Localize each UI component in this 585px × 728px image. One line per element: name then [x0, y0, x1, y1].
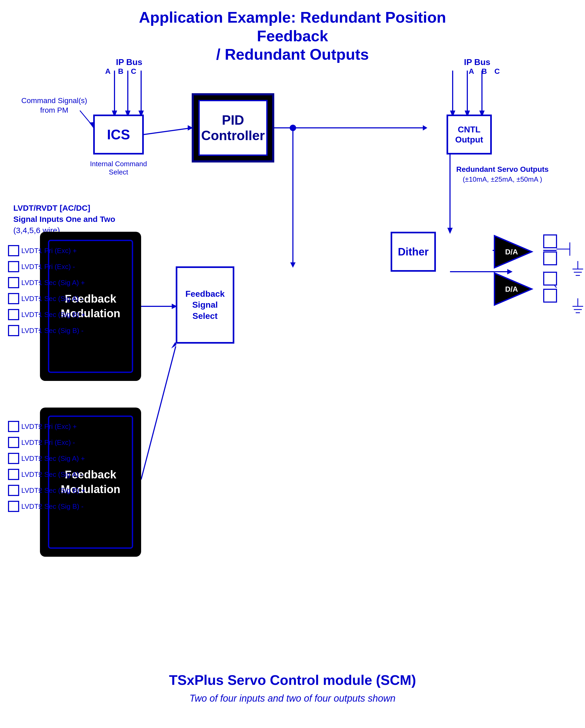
lvdt2-row-6: LVDT2 Sec (Sig B) - — [8, 501, 84, 512]
lvdt1-terminal-3 — [8, 277, 19, 288]
pin-b-left: B — [118, 67, 123, 76]
lvdt1-label-4: LVDT1 Sec (Sig A) - — [21, 294, 83, 303]
lvdt2-label-3: LVDT2 Sec (Sig A) + — [21, 454, 85, 463]
pid-box: PIDController — [192, 93, 274, 162]
footer-title: TSxPlus Servo Control module (SCM) — [169, 672, 416, 688]
output-square-1a — [543, 234, 557, 248]
ics-box: ICS — [93, 114, 144, 155]
internal-command-label: Internal Command Select — [83, 160, 155, 176]
lvdt1-row-3: LVDT1 Sec (Sig A) + — [8, 277, 85, 288]
cntl-output-box: CNTL Output — [447, 114, 492, 155]
dither-label: Dither — [398, 246, 429, 258]
ip-bus-left-pins: A B C — [105, 67, 136, 76]
lvdt1-terminal-6 — [8, 325, 19, 336]
lvdt2-label-4: LVDT2 Sec (Sig A) - — [21, 470, 83, 479]
ip-bus-right-label: IP Bus — [452, 57, 502, 67]
svg-line-17 — [141, 346, 176, 479]
lvdt2-row-4: LVDT2 Sec (Sig A) - — [8, 469, 83, 480]
ip-bus-left-label: IP Bus — [104, 57, 155, 67]
output-square-2b — [543, 289, 557, 303]
lvdt2-row-1: LVDT2 Pri (Exc) + — [8, 421, 77, 432]
lvdt2-terminal-1 — [8, 421, 19, 432]
lvdt1-label-3: LVDT1 Sec (Sig A) + — [21, 279, 85, 287]
lvdt2-label-1: LVDT2 Pri (Exc) + — [21, 422, 77, 431]
lvdt1-label-5: LVDT1 Sec (Sig B) + — [21, 311, 85, 319]
redundant-servo-label: Redundant Servo Outputs (±10mA, ±25mA, ±… — [452, 165, 553, 184]
main-container: Application Example: Redundant Position … — [0, 0, 585, 728]
svg-marker-12 — [423, 125, 427, 131]
lvdt2-label-5: LVDT2 Sec (Sig B) + — [21, 486, 85, 495]
svg-text:D/A: D/A — [505, 285, 518, 293]
lvdt2-terminal-5 — [8, 485, 19, 496]
lvdt1-row-6: LVDT1 Sec (Sig B) - — [8, 325, 84, 336]
lvdt1-terminal-2 — [8, 261, 19, 272]
dither-box: Dither — [391, 232, 436, 272]
pid-label: PIDController — [201, 112, 265, 143]
svg-marker-14 — [290, 262, 296, 268]
lvdt1-terminal-1 — [8, 245, 19, 256]
lvdt2-terminal-3 — [8, 453, 19, 464]
feedback-mod-1-inner: FeedbackModulation — [48, 240, 133, 373]
pid-inner: PIDController — [198, 100, 268, 156]
pin-c-left: C — [131, 67, 136, 76]
pin-b-right: B — [482, 67, 487, 76]
command-signal-text: Command Signal(s) from PM — [21, 96, 87, 115]
feedback-signal-select-box: FeedbackSignalSelect — [176, 266, 234, 344]
svg-marker-20 — [447, 228, 453, 234]
page-title: Application Example: Redundant Position … — [106, 8, 479, 64]
lvdt2-terminal-2 — [8, 437, 19, 448]
pin-c-right: C — [495, 67, 500, 76]
lvdt2-label-2: LVDT2 Pri (Exc) - — [21, 438, 75, 447]
lvdt2-row-2: LVDT2 Pri (Exc) - — [8, 437, 75, 448]
svg-line-8 — [144, 128, 192, 134]
lvdt2-terminal-6 — [8, 501, 19, 512]
cntl-label: CNTL Output — [455, 124, 483, 145]
lvdt1-label-6: LVDT1 Sec (Sig B) - — [21, 327, 84, 335]
lvdt1-label-2: LVDT1 Pri (Exc) - — [21, 263, 75, 271]
pin-a-left: A — [105, 67, 110, 76]
output-square-2a — [543, 272, 557, 286]
pin-a-right: A — [469, 67, 474, 76]
lvdt1-row-2: LVDT1 Pri (Exc) - — [8, 261, 75, 272]
svg-text:D/A: D/A — [505, 248, 518, 256]
feedback-mod-2-inner: FeedbackModulation — [48, 416, 133, 549]
feedback-signal-select-label: FeedbackSignalSelect — [185, 288, 225, 322]
output-square-1b — [543, 252, 557, 265]
lvdt2-row-3: LVDT2 Sec (Sig A) + — [8, 453, 85, 464]
lvdt1-label-1: LVDT1 Pri (Exc) + — [21, 246, 77, 255]
lvdt1-row-5: LVDT1 Sec (Sig B) + — [8, 309, 85, 320]
ics-label: ICS — [107, 127, 130, 142]
lvdt2-terminal-4 — [8, 469, 19, 480]
svg-point-11 — [290, 125, 296, 131]
lvdt1-terminal-5 — [8, 309, 19, 320]
lvdt1-terminal-4 — [8, 293, 19, 304]
lvdt1-row-4: LVDT1 Sec (Sig A) - — [8, 293, 83, 304]
lvdt2-label-6: LVDT2 Sec (Sig B) - — [21, 502, 84, 511]
ip-bus-right-pins: A B C — [469, 67, 500, 76]
lvdt1-row-1: LVDT1 Pri (Exc) + — [8, 245, 77, 256]
lvdt2-row-5: LVDT2 Sec (Sig B) + — [8, 485, 85, 496]
da-triangle-1: D/A — [492, 233, 534, 271]
da-triangle-2: D/A — [492, 270, 534, 309]
footer-subtitle: Two of four inputs and two of four outpu… — [190, 693, 396, 704]
lvdt-section-label: LVDT/RVDT [AC/DC] Signal Inputs One and … — [13, 203, 115, 236]
